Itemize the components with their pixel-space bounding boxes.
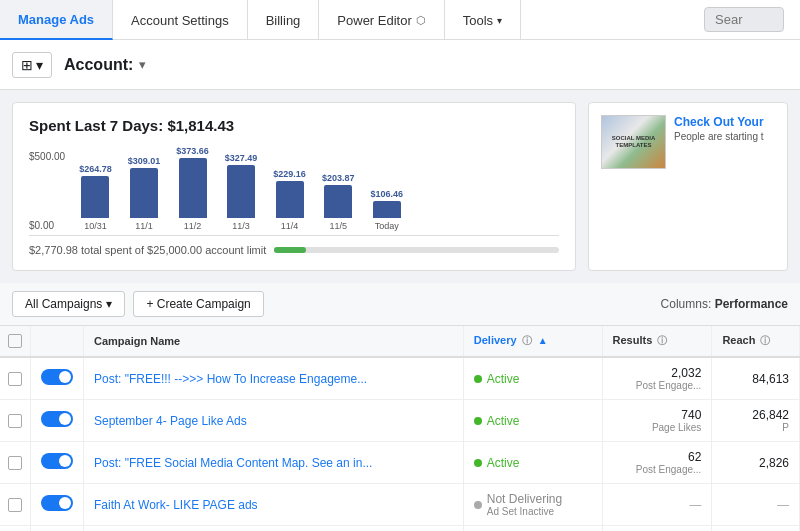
spend-title: Spent Last 7 Days: $1,814.43	[29, 117, 559, 134]
bar-group: $373.66 11/2	[176, 146, 209, 231]
th-campaign-name: Campaign Name	[84, 326, 464, 357]
grid-view-button[interactable]: ⊞ ▾	[12, 52, 52, 78]
campaign-controls: All Campaigns ▾ + Create Campaign Column…	[0, 283, 800, 326]
ad-image: SOCIAL MEDIATEMPLATES	[601, 115, 666, 169]
nav-tab-account-settings[interactable]: Account Settings	[113, 0, 248, 40]
row-toggle-3[interactable]	[31, 442, 84, 484]
bar-label: 11/3	[232, 221, 250, 231]
campaigns-table: Campaign Name Delivery ⓘ ▲ Results ⓘ Rea…	[0, 326, 800, 531]
bar-group: $309.01 11/1	[128, 156, 161, 231]
account-dropdown-arrow[interactable]: ▾	[139, 57, 146, 72]
campaign-name-link[interactable]: September 4- Page Like Ads	[94, 414, 247, 428]
th-results: Results ⓘ	[602, 326, 712, 357]
ad-image-label: SOCIAL MEDIATEMPLATES	[612, 135, 656, 149]
row-checkbox-5[interactable]	[0, 526, 31, 532]
bar-label: 10/31	[84, 221, 107, 231]
bar-label: 11/1	[135, 221, 153, 231]
row-results-2: 740 Page Likes	[602, 400, 712, 442]
bar-label: Today	[375, 221, 399, 231]
all-campaigns-button[interactable]: All Campaigns ▾	[12, 291, 125, 317]
campaign-name-link[interactable]: Post: "FREE!!! -->>> How To Increase Eng…	[94, 372, 367, 386]
bar-label: 11/5	[329, 221, 347, 231]
spend-summary-text: $2,770.98 total spent of $25,000.00 acco…	[29, 244, 266, 256]
table-row: Post: "FREE!!! -->>> How To Increase Eng…	[0, 357, 800, 400]
row-results-1: 2,032 Post Engage...	[602, 357, 712, 400]
row-reach-4: —	[712, 484, 800, 526]
campaign-toggle[interactable]	[41, 411, 73, 427]
reach-value: 26,842	[722, 408, 789, 422]
campaign-name-link[interactable]: Faith At Work- LIKE PAGE ads	[94, 498, 258, 512]
row-name-5[interactable]: InstaGram Ad	[84, 526, 464, 532]
row-checkbox-2[interactable]	[0, 400, 31, 442]
nav-tab-power-editor[interactable]: Power Editor ⬡	[319, 0, 444, 40]
bar	[227, 165, 255, 218]
results-value: 740	[613, 408, 702, 422]
results-sub: Page Likes	[613, 422, 702, 433]
th-toggle	[31, 326, 84, 357]
row-toggle-4[interactable]	[31, 484, 84, 526]
results-value: 2,032	[613, 366, 702, 380]
reach-value: 84,613	[722, 372, 789, 386]
ad-panel: SOCIAL MEDIATEMPLATES Check Out Your Peo…	[588, 102, 788, 271]
columns-selector[interactable]: Columns: Performance	[661, 297, 788, 311]
delivery-status: Not Delivering	[487, 492, 562, 506]
row-name-3[interactable]: Post: "FREE Social Media Content Map. Se…	[84, 442, 464, 484]
select-all-checkbox[interactable]	[0, 326, 31, 357]
reach-value: 2,826	[722, 456, 789, 470]
account-label: Account:	[64, 56, 133, 74]
row-name-4[interactable]: Faith At Work- LIKE PAGE ads	[84, 484, 464, 526]
row-name-1[interactable]: Post: "FREE!!! -->>> How To Increase Eng…	[84, 357, 464, 400]
bar	[130, 168, 158, 218]
search-input[interactable]	[704, 7, 784, 32]
bar-group: $264.78 10/31	[79, 164, 112, 231]
row-checkbox-4[interactable]	[0, 484, 31, 526]
delivery-dot-icon	[474, 417, 482, 425]
campaign-toggle[interactable]	[41, 369, 73, 385]
campaign-toggle[interactable]	[41, 453, 73, 469]
row-checkbox-1[interactable]	[0, 357, 31, 400]
row-toggle-2[interactable]	[31, 400, 84, 442]
ad-panel-text: People are starting t	[674, 131, 764, 142]
reach-value: —	[722, 498, 789, 512]
nav-tab-billing[interactable]: Billing	[248, 0, 320, 40]
delivery-info-icon[interactable]: ⓘ	[522, 335, 532, 346]
results-info-icon[interactable]: ⓘ	[657, 335, 667, 346]
bar-value: $203.87	[322, 173, 355, 183]
delivery-dot-icon	[474, 501, 482, 509]
row-toggle-5[interactable]	[31, 526, 84, 532]
row-checkbox-3[interactable]	[0, 442, 31, 484]
y-axis-labels: $500.00 $0.00	[29, 151, 65, 231]
bar	[179, 158, 207, 218]
create-campaign-button[interactable]: + Create Campaign	[133, 291, 263, 317]
delivery-status: Active	[487, 372, 520, 386]
reach-info-icon[interactable]: ⓘ	[760, 335, 770, 346]
row-reach-3: 2,826	[712, 442, 800, 484]
table-header-row: Campaign Name Delivery ⓘ ▲ Results ⓘ Rea…	[0, 326, 800, 357]
bar-value: $373.66	[176, 146, 209, 156]
nav-tab-manage-ads[interactable]: Manage Ads	[0, 0, 113, 40]
spend-progress-fill	[274, 247, 305, 253]
campaign-name-link[interactable]: Post: "FREE Social Media Content Map. Se…	[94, 456, 372, 470]
delivery-dot-icon	[474, 459, 482, 467]
columns-label: Columns:	[661, 297, 712, 311]
bar-value: $264.78	[79, 164, 112, 174]
ad-panel-title: Check Out Your	[674, 115, 764, 129]
bar-chart: $264.78 10/31 $309.01 11/1 $373.66 11/2 …	[71, 146, 411, 231]
bar-value: $106.46	[370, 189, 403, 199]
chevron-down-icon: ▾	[36, 57, 43, 73]
row-name-2[interactable]: September 4- Page Like Ads	[84, 400, 464, 442]
bar-value: $229.16	[273, 169, 306, 179]
bar	[373, 201, 401, 218]
dropdown-arrow-icon: ▾	[106, 297, 112, 311]
row-delivery-5: Not Delivering Ad Set Inactive	[463, 526, 602, 532]
nav-tab-tools[interactable]: Tools ▾	[445, 0, 521, 40]
delivery-dot-icon	[474, 375, 482, 383]
delivery-status: Active	[487, 456, 520, 470]
dropdown-arrow-icon: ▾	[497, 15, 502, 26]
th-reach: Reach ⓘ	[712, 326, 800, 357]
grid-icon: ⊞	[21, 57, 33, 73]
row-toggle-1[interactable]	[31, 357, 84, 400]
toolbar: ⊞ ▾ Account: ▾	[0, 40, 800, 90]
campaign-toggle[interactable]	[41, 495, 73, 511]
th-delivery[interactable]: Delivery ⓘ ▲	[463, 326, 602, 357]
